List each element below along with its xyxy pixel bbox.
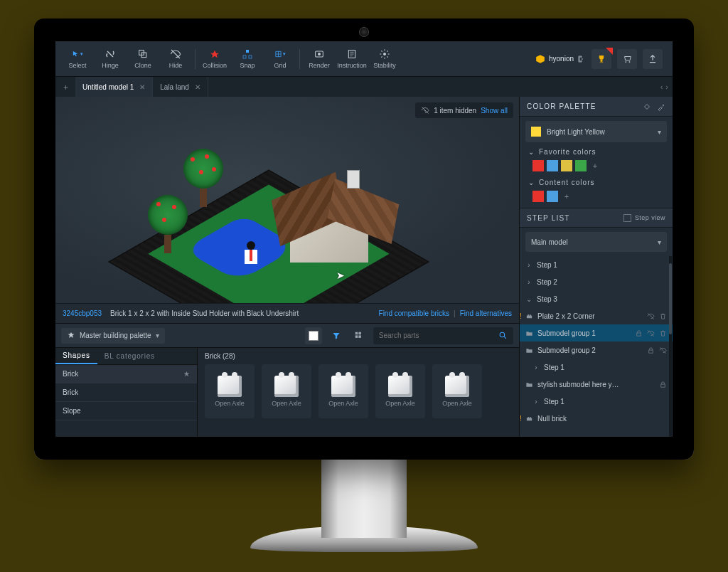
filter-button[interactable]	[328, 327, 345, 344]
trophy-icon	[596, 54, 606, 64]
palette-bar: Master building palette ▾	[55, 323, 519, 347]
part-label: Open Axle	[442, 400, 472, 407]
part-label: Open Axle	[385, 400, 415, 407]
color-swatch[interactable]	[532, 160, 544, 171]
trash-icon[interactable]	[659, 329, 667, 337]
side-panel: COLOR PALETTE Bright Light Yellow ▾ ⌄Fav…	[519, 97, 673, 437]
group-icon	[525, 346, 533, 354]
add-color-button[interactable]: +	[561, 191, 572, 202]
lock-icon[interactable]	[659, 381, 667, 388]
document-tab[interactable]: Untitled model 1✕	[75, 77, 153, 97]
color-swatch[interactable]	[547, 191, 558, 202]
step-item[interactable]: ›Step 1	[520, 359, 673, 376]
tool-grid[interactable]: ▾Grid	[264, 43, 296, 75]
color-swatch[interactable]	[547, 160, 558, 171]
category-label: Brick	[63, 388, 78, 396]
submodel-group-item[interactable]: Submodel group 1	[520, 324, 673, 341]
palette-selector[interactable]: Master building palette ▾	[61, 328, 165, 344]
user-badge[interactable]: hyonion	[535, 54, 586, 64]
model-selector[interactable]: Main model ▾	[525, 232, 667, 252]
item-label: Step 3	[537, 295, 557, 303]
step-item[interactable]: ›Step 1	[520, 256, 673, 273]
tab-bl-categories[interactable]: BL categories	[97, 348, 162, 364]
part-id[interactable]: 3245cbp053	[63, 309, 102, 317]
model-viewport[interactable]: 1 item hidden Show all	[55, 97, 519, 303]
svg-rect-13	[358, 335, 361, 338]
hide-icon[interactable]	[659, 346, 667, 354]
add-tab-button[interactable]: ＋	[55, 77, 75, 97]
part-tile[interactable]: Open Axle	[375, 364, 425, 418]
step-item[interactable]: ›Step 2	[520, 273, 673, 290]
color-swatch[interactable]	[532, 191, 544, 202]
parts-search[interactable]	[373, 327, 513, 344]
part-tile[interactable]: Open Axle	[262, 364, 311, 418]
part-tile[interactable]: Open Axle	[432, 364, 482, 418]
chevron-icon: ⌄	[525, 295, 532, 303]
tool-hinge[interactable]: Hinge	[94, 43, 127, 75]
part-tile[interactable]: Open Axle	[318, 364, 368, 418]
group-icon	[525, 381, 533, 388]
part-tile[interactable]: Open Axle	[205, 364, 255, 418]
show-all-link[interactable]: Show all	[481, 107, 508, 115]
tool-label: Hinge	[102, 62, 119, 69]
hide-icon[interactable]	[647, 329, 655, 337]
color-swatch-button[interactable]	[305, 327, 322, 344]
category-item[interactable]: Brick★	[55, 365, 197, 383]
current-color-selector[interactable]: Bright Light Yellow ▾	[525, 121, 667, 142]
stability-icon	[379, 48, 390, 60]
step-item[interactable]: ⌄Step 3	[520, 290, 673, 307]
item-label: Null brick	[537, 415, 567, 423]
color-swatch[interactable]	[561, 160, 572, 171]
category-item[interactable]: Brick	[55, 383, 197, 402]
part-label: Open Axle	[328, 400, 358, 407]
grid-view-button[interactable]	[350, 327, 368, 344]
favorite-colors-header[interactable]: ⌄Favorite colors	[520, 147, 673, 157]
history-back-button[interactable]: ‹	[660, 83, 663, 91]
item-label: Plate 2 x 2 Corner	[537, 312, 595, 320]
tool-instruction[interactable]: Instruction	[336, 43, 368, 75]
parts-search-input[interactable]	[379, 332, 498, 339]
part-item[interactable]: !Plate 2 x 2 Corner	[520, 307, 673, 324]
scrollbar-thumb[interactable]	[669, 263, 672, 334]
tool-clone[interactable]: Clone	[127, 43, 159, 75]
hide-icon[interactable]	[647, 312, 655, 320]
tool-stability[interactable]: Stability	[368, 43, 401, 75]
select-icon	[72, 48, 80, 60]
part-thumb-icon	[445, 376, 469, 397]
tool-snap[interactable]: Snap	[231, 43, 264, 75]
tab-shapes[interactable]: Shapes	[55, 348, 97, 364]
eyedropper-icon[interactable]	[657, 102, 665, 111]
color-palette-title: COLOR PALETTE	[527, 102, 596, 110]
step-view-toggle[interactable]: Step view	[623, 214, 665, 222]
find-compatible-link[interactable]: Find compatible bricks	[379, 309, 449, 317]
star-icon[interactable]: ★	[183, 370, 190, 378]
part-item[interactable]: !Null brick	[520, 410, 673, 427]
tool-hide[interactable]: Hide	[159, 43, 192, 75]
upload-button[interactable]	[643, 49, 663, 69]
tool-collision[interactable]: Collision	[198, 43, 231, 75]
trophy-button[interactable]	[592, 49, 611, 69]
user-area: hyonion	[535, 49, 667, 69]
category-item[interactable]: Slope	[55, 402, 197, 420]
add-color-button[interactable]: +	[589, 160, 601, 171]
model-selector-label: Main model	[531, 238, 568, 246]
step-item[interactable]: ›Step 1	[520, 393, 673, 410]
paint-bucket-icon[interactable]	[643, 102, 651, 111]
content-colors-header[interactable]: ⌄Content colors	[520, 177, 673, 188]
current-color-label: Bright Light Yellow	[547, 128, 605, 136]
find-alternatives-link[interactable]: Find alternatives	[460, 309, 512, 317]
submodel-group-item[interactable]: stylish submodel here y…	[520, 376, 673, 393]
tool-render[interactable]: Render	[303, 43, 336, 75]
close-tab-button[interactable]: ✕	[139, 83, 145, 91]
tool-select[interactable]: ▾Select	[61, 43, 94, 75]
part-thumb-icon	[274, 376, 299, 397]
document-tab[interactable]: Lala land✕	[153, 77, 208, 97]
color-swatch[interactable]	[575, 160, 587, 171]
history-forward-button[interactable]: ›	[665, 83, 668, 91]
trash-icon[interactable]	[659, 312, 667, 320]
submodel-group-item[interactable]: Submodel group 2	[520, 341, 673, 359]
lock-icon[interactable]	[635, 329, 643, 337]
lock-icon[interactable]	[647, 346, 655, 354]
cart-button[interactable]	[617, 49, 637, 69]
close-tab-button[interactable]: ✕	[195, 83, 200, 91]
